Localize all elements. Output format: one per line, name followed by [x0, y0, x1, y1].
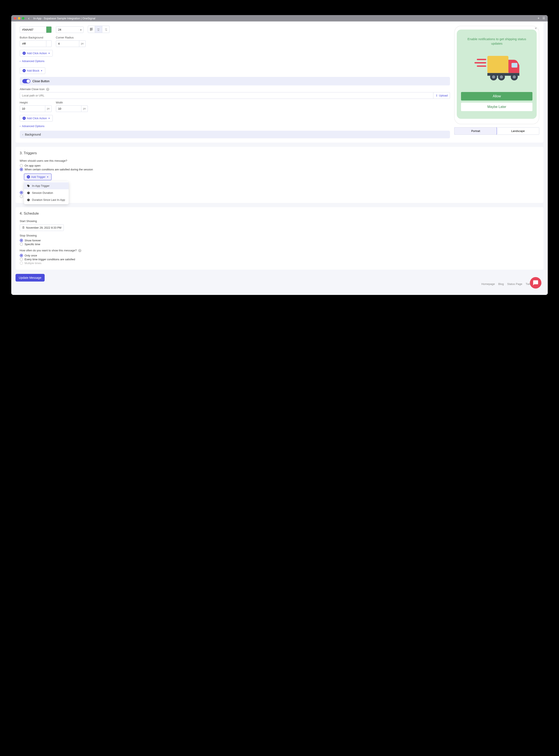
- orientation-tabs: Portrait Landscape: [454, 127, 539, 135]
- triggers-title: 3. Triggers: [20, 151, 539, 155]
- advanced-options-toggle[interactable]: › Advanced Options: [20, 60, 45, 63]
- button-bg-input[interactable]: [20, 40, 47, 47]
- width-input[interactable]: [56, 106, 82, 112]
- preview-allow-button[interactable]: Allow: [461, 92, 532, 100]
- help-icon[interactable]: ?: [78, 249, 82, 252]
- radio-label: Show forever: [25, 239, 41, 242]
- start-date-value: November 29, 2022 8:33 PM: [26, 226, 62, 229]
- clock-icon: [27, 199, 30, 201]
- chevron-right-icon: ›: [20, 124, 21, 128]
- phone-preview: ✕ Enable notifications to get shipping s…: [454, 26, 539, 124]
- calendar-icon: 🗓: [22, 226, 25, 229]
- tag-icon: [27, 184, 30, 187]
- width-label: Width: [56, 101, 88, 104]
- titlebar: ‹ In-App · Supabase Sample Integration |…: [11, 15, 548, 21]
- radio-icon: [20, 258, 23, 261]
- footer-blog[interactable]: Blog: [498, 282, 504, 285]
- close-button-label: Close Button: [32, 79, 49, 83]
- svg-point-9: [500, 75, 503, 78]
- menu-icon[interactable]: ☰: [542, 16, 545, 20]
- caret-down-icon: ▼: [48, 52, 50, 54]
- chat-icon: [533, 280, 539, 286]
- minimize-window-button[interactable]: [18, 17, 20, 20]
- radio-icon: [20, 239, 23, 242]
- truck-icon: [473, 52, 520, 84]
- caret-down-icon: ▼: [47, 176, 49, 178]
- close-button-switch[interactable]: [22, 79, 30, 83]
- radio-icon: [20, 168, 23, 171]
- color-swatch[interactable]: [46, 26, 51, 33]
- svg-rect-3: [487, 56, 509, 73]
- back-button[interactable]: ‹: [27, 16, 31, 21]
- advanced-options-toggle-2[interactable]: › Advanced Options: [20, 124, 45, 128]
- alt-close-icon-input[interactable]: [20, 92, 434, 99]
- radio-icon: [20, 254, 23, 257]
- caret-down-icon: ▼: [48, 117, 50, 119]
- radio-label: When certain conditions are satisfied du…: [25, 168, 93, 171]
- corner-radius-input[interactable]: [56, 40, 79, 47]
- upload-icon: ⇪: [435, 94, 438, 97]
- unit-px: px: [82, 106, 88, 112]
- radio-on-app-open[interactable]: On app open: [20, 164, 539, 167]
- radio-dismiss-until[interactable]: Show until dismissed: [20, 191, 539, 194]
- radio-every-time[interactable]: Every time trigger conditions are satisf…: [20, 258, 539, 261]
- menu-label: In-App Trigger: [32, 184, 49, 187]
- align-center-button[interactable]: [95, 26, 102, 33]
- menu-in-app-trigger[interactable]: In-App Trigger: [24, 182, 69, 189]
- advanced-options-label: Advanced Options: [22, 60, 44, 63]
- stop-showing-label: Stop Showing: [20, 234, 539, 237]
- unit-px: px: [79, 40, 86, 47]
- maximize-window-button[interactable]: [22, 17, 24, 20]
- add-trigger-button[interactable]: + Add Trigger ▼: [24, 174, 51, 180]
- radio-on-conditions[interactable]: When certain conditions are satisfied du…: [20, 168, 539, 171]
- upload-button[interactable]: ⇪ Upload: [433, 92, 450, 99]
- designer-card: 24 Button Background: [16, 21, 544, 142]
- plus-circle-icon: +: [23, 69, 26, 72]
- height-input[interactable]: [20, 106, 45, 112]
- footer-status[interactable]: Status Page: [507, 282, 522, 285]
- add-click-action-button[interactable]: + Add Click Action ▼: [20, 50, 53, 56]
- background-accordion[interactable]: › Background: [20, 131, 450, 138]
- radio-only-once[interactable]: Only once: [20, 254, 539, 257]
- plus-circle-icon: +: [27, 175, 30, 179]
- menu-session-duration[interactable]: Session Duration: [24, 189, 69, 196]
- tab-portrait[interactable]: Portrait: [454, 127, 497, 135]
- preview-close-icon: ✕: [535, 27, 537, 30]
- text-color-input[interactable]: [20, 26, 47, 33]
- tab-landscape[interactable]: Landscape: [497, 128, 539, 135]
- radio-dismiss-after[interactable]: ne: [20, 195, 539, 198]
- radio-multiple-times[interactable]: Multiple times: [20, 261, 539, 265]
- radio-icon: [20, 243, 23, 246]
- close-button-toggle-row: Close Button: [20, 77, 450, 86]
- radio-specific-time[interactable]: Specific time: [20, 243, 539, 246]
- preview-later-button[interactable]: Maybe Later: [461, 102, 532, 111]
- update-message-button[interactable]: Update Message: [16, 274, 45, 281]
- add-block-button[interactable]: + Add Block ▼: [20, 67, 45, 74]
- caret-down-icon: ▼: [41, 70, 43, 72]
- radio-icon: [20, 191, 23, 194]
- align-left-button[interactable]: [88, 26, 95, 33]
- radio-icon: [20, 164, 23, 167]
- add-block-label: Add Block: [27, 69, 40, 72]
- alt-close-icon-label: Alternate Close Icon ?: [20, 88, 450, 91]
- help-icon[interactable]: ?: [46, 88, 49, 91]
- svg-rect-0: [477, 59, 486, 60]
- how-often-label: How often do you want to show this messa…: [20, 249, 539, 252]
- height-label: Height: [20, 101, 52, 104]
- add-trigger-label: Add Trigger: [31, 175, 45, 179]
- svg-rect-1: [475, 62, 486, 63]
- radio-show-forever[interactable]: Show forever: [20, 239, 539, 242]
- align-right-button[interactable]: [102, 26, 109, 33]
- close-window-button[interactable]: [14, 17, 16, 20]
- start-date-picker[interactable]: 🗓 November 29, 2022 8:33 PM: [20, 224, 64, 231]
- window-controls: [14, 17, 24, 20]
- background-label: Background: [25, 133, 41, 136]
- footer-homepage[interactable]: Homepage: [482, 282, 495, 285]
- add-click-action-button-2[interactable]: + Add Click Action ▼: [20, 115, 53, 121]
- add-tab-icon[interactable]: +: [538, 16, 539, 20]
- bg-swatch[interactable]: [46, 40, 51, 47]
- schedule-title: 4. Schedule: [20, 211, 539, 216]
- menu-duration-since[interactable]: Duration Since Last In-App: [24, 196, 69, 203]
- add-click-action-label: Add Click Action: [27, 52, 47, 55]
- font-size-select[interactable]: 24: [56, 26, 84, 33]
